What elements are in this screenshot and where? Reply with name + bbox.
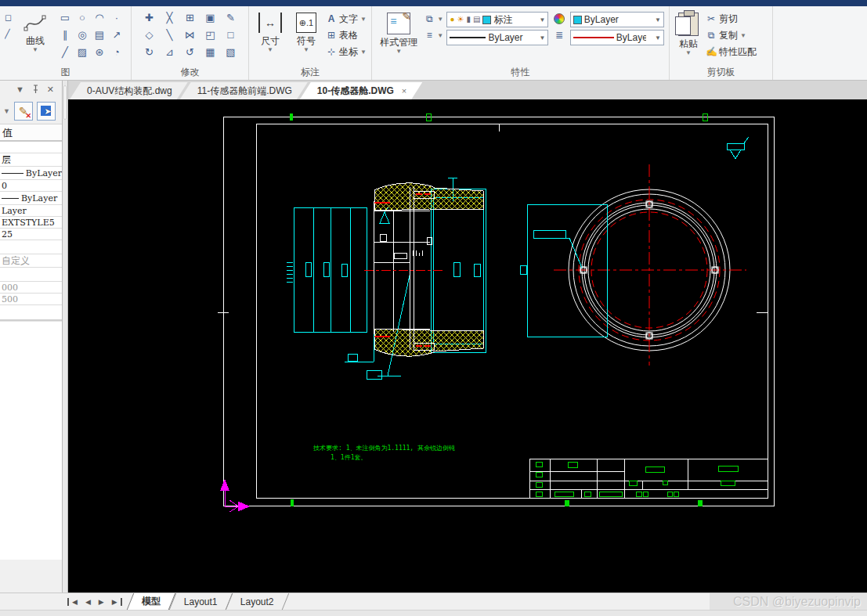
chamfer-tool-icon[interactable]: ⊿: [162, 45, 178, 60]
doc-tab-sensor-front[interactable]: 11-传感器舱前端.DWG: [180, 82, 308, 99]
cut-item[interactable]: ✂ 剪切: [706, 12, 757, 26]
drawing-area-column: 0-AUV结构装配.dwg 11-传感器舱前端.DWG 10-传感器舱.DWG×: [68, 81, 867, 593]
coordinate-item[interactable]: ⊹ 坐标 ▼: [326, 45, 367, 59]
property-row[interactable]: [0, 240, 62, 254]
quick-edit-button[interactable]: ✎ ✕: [14, 102, 33, 121]
palette-close-icon[interactable]: ✕: [47, 85, 54, 95]
point-tool-icon[interactable]: ·: [109, 10, 125, 26]
close-tab-icon[interactable]: ×: [402, 86, 406, 95]
coordinate-icon: ⊹: [326, 46, 337, 57]
property-row[interactable]: [0, 142, 62, 153]
copy-item-label: 复制: [719, 29, 738, 42]
draw-tool-grid: ▭ ○ ◠ · ∥ ◎ ▤ ↗ ╱ ▨ ⊛ ◔: [56, 9, 125, 61]
property-row[interactable]: 层: [0, 153, 62, 167]
dimension-button[interactable]: ↔ 尺寸 ▼: [254, 9, 287, 66]
property-row[interactable]: ByLayer: [0, 167, 62, 180]
linetype-swatch: [2, 198, 19, 199]
cylinder-tool-icon[interactable]: ▤: [92, 27, 107, 43]
palette-pin-icon[interactable]: [32, 85, 39, 95]
scrollbar-thumb[interactable]: [63, 85, 67, 120]
property-row[interactable]: 0: [0, 180, 62, 192]
color-lineweight-column: ByLayer ▼ ByLayer ▼: [570, 9, 664, 45]
trim-tool-icon[interactable]: ╳: [162, 10, 178, 26]
erase-tool-icon[interactable]: ◇: [142, 27, 157, 43]
offset-tool-icon[interactable]: □: [223, 27, 239, 43]
text-item[interactable]: A 文字 ▼: [326, 12, 367, 26]
property-row[interactable]: [0, 305, 62, 321]
hatch-tool-icon[interactable]: ▨: [74, 45, 90, 60]
quick-select-button[interactable]: ➤: [37, 102, 56, 121]
document-tab-bar: 0-AUV结构装配.dwg 11-传感器舱前端.DWG 10-传感器舱.DWG×: [68, 81, 867, 99]
property-row[interactable]: Layer: [0, 205, 62, 217]
palette-dropdown-chevron-icon[interactable]: ▼: [3, 107, 10, 115]
chevron-down-icon: ▼: [396, 49, 402, 54]
scale-tool-icon[interactable]: ◰: [203, 27, 219, 43]
array-tool-icon[interactable]: ⊞: [182, 10, 198, 26]
layout-tab-layout2[interactable]: Layout2: [226, 593, 289, 610]
edit-tool-icon[interactable]: ✎: [223, 10, 239, 26]
linestyle-button[interactable]: ≡▼: [424, 28, 443, 42]
palette-resize-strip[interactable]: [63, 81, 68, 593]
first-layout-icon[interactable]: ◀: [67, 598, 81, 606]
arrow-tool-icon[interactable]: ↗: [109, 27, 125, 43]
layer-color-swatch: [482, 16, 491, 24]
property-row[interactable]: [0, 268, 62, 282]
property-row[interactable]: ByLayer: [0, 192, 62, 205]
mirror-tool-icon[interactable]: ⋈: [182, 27, 198, 43]
chevron-down-icon: ▼: [740, 32, 746, 39]
copy-style-icon: ⧉: [424, 13, 435, 24]
linetype-dropdown[interactable]: ByLayer ▼: [446, 30, 548, 45]
cut-item-label: 剪切: [719, 13, 738, 26]
hatch-edit-tool-icon[interactable]: ▧: [223, 45, 239, 60]
gear-tool-icon[interactable]: ⊛: [92, 45, 107, 60]
arc-tool-icon[interactable]: ◠: [92, 10, 107, 26]
last-layout-icon[interactable]: ▶: [109, 598, 122, 606]
tech-requirements-line2: 1、1件1套。: [331, 454, 367, 461]
revolve-tool-icon[interactable]: ↺: [182, 45, 198, 60]
parallel-line-tool-icon[interactable]: ∥: [57, 27, 73, 43]
next-layout-icon[interactable]: ▶: [96, 598, 107, 606]
copy-item[interactable]: ⧉ 复制 ▼: [706, 28, 757, 42]
block-tool-icon[interactable]: ▦: [203, 45, 219, 60]
line-tool-icon[interactable]: ╱: [57, 45, 73, 60]
doc-tab-sensor-cabin[interactable]: 10-传感器舱.DWG×: [300, 82, 422, 99]
current-color-swatch: [573, 16, 582, 24]
circle-tool-icon[interactable]: ◎: [74, 27, 90, 43]
copy-style-button[interactable]: ⧉▼: [424, 12, 443, 26]
property-row[interactable]: EXTSTYLE5: [0, 217, 62, 229]
rectangle-tool-icon[interactable]: ▭: [57, 10, 73, 26]
layout-tab-model[interactable]: 模型: [126, 593, 175, 610]
drawing-canvas[interactable]: 技术要求: 1、未注倒角为1.1111, 其余锐边倒钝 1、1件1套。: [68, 99, 867, 593]
property-row[interactable]: 500: [0, 294, 62, 305]
style-manager-button[interactable]: 样式管理 ▼: [377, 9, 421, 66]
previous-layout-icon[interactable]: ◀: [82, 598, 94, 606]
ellipse-tool-icon[interactable]: ○: [74, 10, 90, 26]
stretch-tool-icon[interactable]: ▣: [203, 10, 219, 26]
text-item-label: 文字: [339, 13, 358, 26]
curve-button[interactable]: 曲线 ▼: [17, 9, 53, 66]
symbol-button[interactable]: ⊕.1 符号 ▼: [290, 9, 323, 66]
match-properties-item[interactable]: ✍ 特性匹配: [706, 45, 757, 59]
property-row[interactable]: 25: [0, 229, 62, 240]
lineweight-value: ByLayer: [616, 32, 646, 43]
layout-tab-layout1[interactable]: Layout1: [168, 593, 232, 610]
tech-requirements-line1: 技术要求: 1、未注倒角为1.1111, 其余锐边倒钝: [312, 445, 455, 452]
property-row[interactable]: 000: [0, 282, 62, 294]
color-dropdown[interactable]: ByLayer ▼: [570, 12, 664, 27]
move-tool-icon[interactable]: ✚: [142, 10, 157, 26]
lineweight-button[interactable]: ≣: [554, 28, 565, 42]
lineweight-dropdown[interactable]: ByLayer ▼: [570, 30, 664, 45]
sector-tool-icon[interactable]: ◔: [109, 45, 125, 60]
break-tool-icon[interactable]: ╲: [162, 27, 178, 43]
doc-tab-auv-assembly[interactable]: 0-AUV结构装配.dwg: [70, 82, 188, 99]
layer-dropdown[interactable]: ● ☀ ▮ ▤ 标注 ▼: [446, 12, 548, 27]
table-item[interactable]: ⊞ 表格: [326, 28, 367, 42]
layer-linetype-column: ● ☀ ▮ ▤ 标注 ▼ ByLayer ▼: [446, 9, 548, 45]
palette-menu-chevron-icon[interactable]: ▼: [16, 85, 24, 94]
rotate-tool-icon[interactable]: ↻: [142, 45, 157, 60]
chevron-down-icon: ▼: [437, 16, 443, 23]
color-wheel-button[interactable]: [554, 12, 565, 26]
paste-button[interactable]: 粘贴 ▼: [674, 9, 703, 66]
property-row[interactable]: 自定义: [0, 254, 62, 268]
clipped-icon: ◻: [5, 13, 14, 23]
